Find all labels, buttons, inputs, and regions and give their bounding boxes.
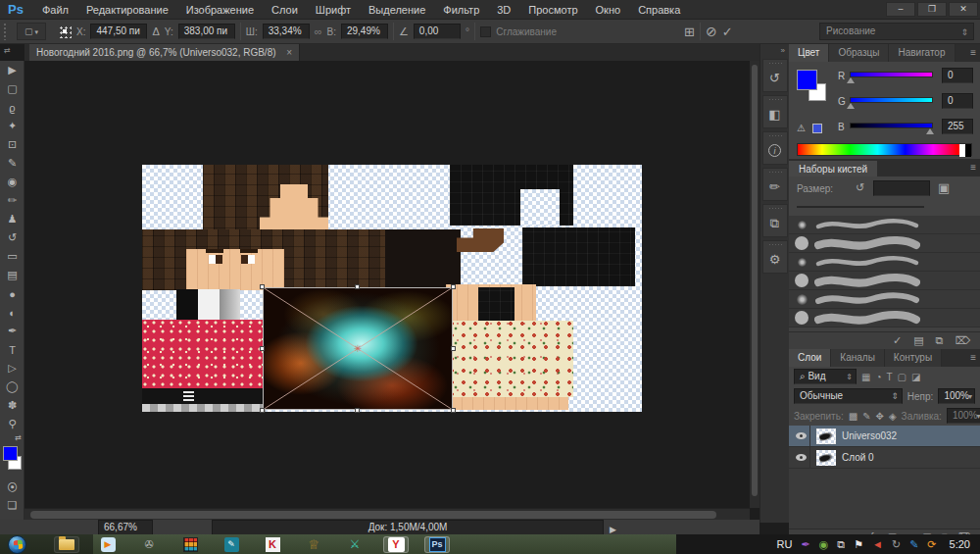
lock-all-icon[interactable]: ◈ — [889, 411, 897, 422]
blend-mode-dropdown[interactable]: Обычные ⇕ — [794, 388, 903, 404]
move-tool[interactable]: ▶ — [0, 61, 24, 79]
pen-tool[interactable]: ✒ — [0, 322, 24, 340]
lock-pixels-icon[interactable]: ✎ — [862, 411, 870, 422]
dock-collapse-icon[interactable]: » — [760, 44, 789, 59]
panel-menu-icon[interactable]: ≡ — [970, 352, 976, 363]
blue-slider-marker[interactable] — [926, 128, 934, 134]
warp-mode-icon[interactable]: ⊞ — [684, 25, 695, 38]
taskbar-film-app[interactable]: ✇ — [136, 536, 162, 553]
transform-handle-bc[interactable] — [355, 408, 360, 413]
commit-transform-icon[interactable]: ✓ — [722, 25, 733, 38]
tab-layers[interactable]: Слои — [789, 349, 831, 367]
zoom-tool[interactable]: ⚲ — [0, 415, 24, 433]
blur-tool[interactable]: ● — [0, 284, 24, 303]
brush-folder-icon[interactable]: ▣ — [938, 181, 950, 194]
paint-tray-icon[interactable]: ✎ — [909, 538, 918, 551]
brush-preset-soft-small[interactable] — [789, 216, 980, 234]
layer-thumbnail[interactable] — [816, 450, 836, 466]
brush-preset-soft-small[interactable] — [789, 253, 980, 272]
gamut-warning-icon[interactable]: ⚠ — [797, 123, 806, 133]
action-center-flag-icon[interactable]: ⚑ — [854, 538, 863, 551]
tool-preset-picker[interactable]: ▢ ▾ — [17, 23, 46, 40]
panel-menu-icon[interactable]: ≡ — [970, 47, 976, 58]
menu-view[interactable]: Просмотр — [519, 0, 586, 20]
filter-type-icon[interactable]: T — [887, 372, 893, 382]
taskbar-paint-app[interactable]: ✎ — [219, 536, 244, 553]
brush-size-field[interactable] — [873, 180, 930, 196]
new-brush-icon[interactable]: ⧉ — [936, 335, 944, 346]
tab-swatches[interactable]: Образцы — [829, 44, 889, 62]
relative-position-icon[interactable]: Δ — [152, 26, 159, 37]
vertical-scrollbar[interactable] — [750, 61, 760, 508]
delete-brush-icon[interactable]: ⌦ — [955, 335, 970, 346]
transform-handle-tr[interactable] — [451, 284, 456, 289]
nvidia-tray-icon[interactable]: ◉ — [819, 538, 829, 551]
reference-point-locator[interactable] — [59, 25, 72, 38]
tab-color[interactable]: Цвет — [789, 44, 829, 62]
lock-transparency-icon[interactable]: ▩ — [849, 411, 858, 422]
hand-tool[interactable]: ✽ — [0, 396, 24, 415]
clone-stamp-tool[interactable]: ♟ — [0, 210, 24, 228]
skin-image[interactable]: ✳ — [142, 165, 642, 412]
styles-panel-button[interactable]: ◧ — [762, 95, 788, 128]
layer-name[interactable]: Слой 0 — [842, 452, 874, 463]
filter-pixel-icon[interactable]: ▦ — [861, 372, 870, 382]
ellipse-tool[interactable]: ◯ — [0, 378, 24, 396]
cancel-transform-icon[interactable]: ⊘ — [706, 25, 717, 38]
transform-center-point[interactable]: ✳ — [354, 344, 362, 354]
feather-tray-icon[interactable]: ✒ — [801, 538, 809, 551]
color-spectrum-ramp[interactable] — [797, 143, 972, 156]
brush-tool[interactable]: ✏ — [0, 191, 24, 210]
clock[interactable]: 5:20 — [950, 538, 970, 550]
filter-shape-icon[interactable]: ▢ — [898, 372, 906, 382]
canvas-area[interactable]: ✳ — [24, 61, 750, 508]
menu-type[interactable]: Шрифт — [307, 0, 360, 20]
v-scroll-thumb[interactable] — [752, 65, 758, 496]
red-value-field[interactable]: 0 — [942, 68, 973, 83]
layer-row-sloy0[interactable]: Слой 0 — [789, 447, 980, 469]
menu-filter[interactable]: Фильтр — [434, 0, 488, 20]
taskbar-minecraft[interactable]: ⚔ — [342, 536, 368, 553]
brush-preset-soft-medium[interactable] — [789, 290, 980, 309]
brush-preset-hard-large[interactable] — [789, 272, 980, 290]
transform-handle-bl[interactable] — [260, 408, 265, 413]
opacity-dropdown[interactable]: 100% ▾ — [938, 388, 975, 404]
screen-mode-button[interactable]: ❏ — [0, 496, 24, 515]
green-slider-marker[interactable] — [847, 103, 855, 109]
filter-adjustment-icon[interactable]: ◔ — [875, 372, 881, 382]
panel-foreground-swatch[interactable] — [797, 70, 817, 90]
dodge-tool[interactable]: ◐ — [0, 303, 24, 322]
options-grip[interactable] — [3, 23, 8, 40]
clone-source-panel-button[interactable]: ⧉ — [762, 204, 788, 237]
menu-image[interactable]: Изображение — [177, 0, 263, 20]
workspace-dropdown[interactable]: Рисование ⇕ — [819, 23, 974, 40]
brush-preview-toggle-icon[interactable]: ✓ — [893, 335, 902, 346]
transform-handle-tl[interactable] — [260, 284, 265, 289]
layer-row-universo032[interactable]: Universo032 — [789, 426, 980, 447]
filter-smart-icon[interactable]: ◪ — [911, 372, 920, 382]
menu-select[interactable]: Выделение — [360, 0, 434, 20]
sync-tray-icon[interactable]: ↻ — [892, 538, 901, 551]
tab-paths[interactable]: Контуры — [885, 349, 942, 367]
x-input[interactable]: 447,50 пи — [90, 24, 147, 39]
menu-file[interactable]: Файл — [33, 0, 77, 20]
transform-handle-br[interactable] — [451, 408, 456, 413]
spot-healing-tool[interactable]: ◉ — [0, 173, 24, 191]
link-dimensions-icon[interactable]: ∞ — [315, 26, 322, 37]
transform-handle-ml[interactable] — [260, 346, 265, 351]
minimize-button[interactable]: – — [886, 2, 915, 17]
rect-marquee-tool[interactable]: ▢ — [0, 79, 24, 98]
web-color-cube-icon[interactable] — [812, 124, 822, 133]
tab-channels[interactable]: Каналы — [831, 349, 885, 367]
menu-edit[interactable]: Редактирование — [77, 0, 177, 20]
menu-help[interactable]: Справка — [629, 0, 689, 20]
start-button[interactable] — [8, 535, 26, 554]
history-panel-button[interactable]: ↺ — [762, 59, 788, 92]
taskbar-photoshop[interactable]: Ps — [424, 536, 450, 553]
network-tray-icon[interactable]: ⧉ — [837, 538, 845, 551]
thumbnail-grid-icon[interactable]: ▤ — [913, 335, 923, 346]
width-input[interactable]: 33,34% — [263, 24, 310, 39]
height-input[interactable]: 29,49% — [341, 24, 388, 39]
red-slider-marker[interactable] — [847, 77, 855, 83]
path-select-tool[interactable]: ▷ — [0, 359, 24, 378]
